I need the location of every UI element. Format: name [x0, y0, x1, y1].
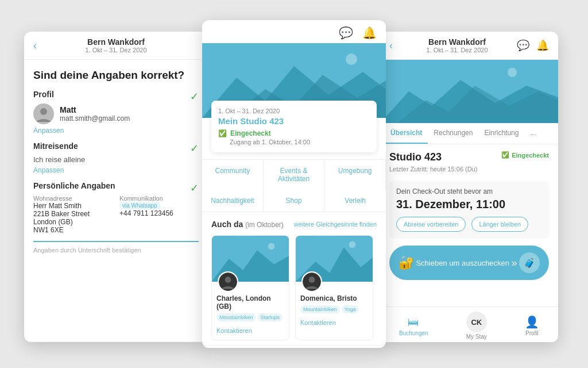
user-name-0: Charles, London (GB)	[216, 294, 284, 310]
left-header-date: 1. Okt – 31. Dez 2020	[85, 47, 146, 53]
middle-nav-grid: Community Events &Aktivitäten Umgebung N…	[202, 159, 386, 212]
svg-point-12	[349, 241, 356, 248]
auch-da-label: Auch da (im Oktober)	[211, 220, 284, 229]
nav-nachhaltigkeit[interactable]: Nachhaltigkeit	[202, 190, 264, 212]
signature-line	[33, 241, 199, 242]
confirm-text: Angaben durch Unterschrift bestätigen	[33, 247, 199, 254]
screens-container: ‹ Bern Wankdorf 1. Okt – 31. Dez 2020 Si…	[13, 14, 575, 354]
slide-end-icon: 🧳	[519, 252, 540, 273]
screen-middle: 💬 🔔 1. Okt – 31. Dez 2020 Mein Studio 42…	[202, 20, 386, 348]
right-checked-badge: ✅ Eingecheckt	[501, 151, 549, 159]
personal-check: ✓	[190, 182, 199, 194]
user-tags-0: Mountainbiken Startups	[216, 313, 284, 321]
right-hero	[380, 60, 558, 123]
nav-shop[interactable]: Shop	[264, 190, 325, 212]
personal-grid: Wohnadresse Herr Matt Smith 221B Baker S…	[33, 195, 199, 234]
rbn-profil[interactable]: 👤 Profil	[525, 315, 539, 336]
card-date: 1. Okt – 31. Dez 2020	[218, 108, 370, 114]
nav-umgebung[interactable]: Umgebung	[324, 160, 386, 190]
find-link[interactable]: weitere Gleichgesinnte finden	[294, 221, 377, 228]
mitreisende-label: Mitreisende	[33, 141, 78, 151]
personal-city: London (GB)	[33, 218, 113, 226]
tag-startups: Startups	[258, 313, 283, 321]
slide-text: Schieben um auszuchecken	[416, 259, 509, 267]
user-avatar-1	[301, 271, 322, 292]
laenger-btn[interactable]: Länger bleiben	[471, 217, 528, 232]
whatsapp-badge: via Whatsapp	[119, 202, 160, 209]
mitreisende-anpassen[interactable]: Anpassen	[33, 166, 199, 174]
profil-anpassen[interactable]: Anpassen	[33, 126, 199, 135]
user-card-0: Charles, London (GB) Mountainbiken Start…	[211, 235, 289, 340]
tag-mountainbiken-1: Mountainbiken	[300, 305, 340, 313]
rbn-mystay-icon: CK	[466, 312, 487, 332]
card-access: Zugang ab 1. Oktober, 14:00	[230, 139, 370, 145]
personal-section: Persönliche Angaben ✓ Wohnadresse Herr M…	[33, 181, 199, 234]
tag-yoga: Yoga	[342, 305, 359, 313]
right-header-date: 1. Okt – 31. Dez 2020	[397, 47, 517, 53]
right-bell-icon[interactable]: 🔔	[536, 39, 549, 52]
auch-da-title: Auch da (im Oktober)	[211, 219, 284, 229]
left-title: Sind deine Angaben korrekt?	[33, 69, 199, 82]
svg-point-10	[225, 277, 231, 283]
rbn-buchungen-icon: 🛏	[408, 316, 419, 329]
tab-more[interactable]: ...	[524, 123, 541, 144]
profile-info: Matt matt.smith@gmail.com	[60, 105, 130, 122]
left-footer: Studio 423 +CHF 0.00 Weiter	[24, 342, 208, 342]
personal-postal: NW1 6XE	[33, 226, 113, 234]
user-avatar-0	[218, 271, 238, 292]
checkout-title: Dein Check-Out steht bevor am	[396, 187, 542, 195]
chat-icon[interactable]: 💬	[339, 26, 353, 40]
checkout-box: Dein Check-Out steht bevor am 31. Dezemb…	[389, 181, 549, 239]
nav-events[interactable]: Events &Aktivitäten	[264, 160, 325, 190]
screen-right: ‹ Bern Wankdorf 1. Okt – 31. Dez 2020 💬 …	[380, 32, 558, 342]
rbn-buchungen[interactable]: 🛏 Buchungen	[399, 316, 428, 336]
kommunikation-label: Kommunikation	[119, 195, 199, 202]
check-circle-icon: ✅	[218, 129, 227, 137]
card-checked-row: ✅ Eingecheckt	[218, 129, 370, 137]
tab-rechnungen[interactable]: Rechnungen	[428, 123, 478, 144]
user-cards: Charles, London (GB) Mountainbiken Start…	[211, 235, 377, 340]
personal-street: 221B Baker Street	[33, 210, 113, 218]
middle-top-icons: 💬 🔔	[202, 20, 386, 43]
right-chat-icon[interactable]: 💬	[517, 39, 529, 52]
slide-bar[interactable]: 🔐 Schieben um auszuchecken » 🧳	[389, 246, 549, 280]
right-header-icons: 💬 🔔	[517, 39, 549, 52]
user-card-hero-0	[212, 236, 289, 282]
svg-point-3	[346, 53, 357, 65]
personal-name: Herr Matt Smith	[33, 202, 113, 210]
wohnadresse-label: Wohnadresse	[33, 195, 113, 202]
checked-text: Eingecheckt	[512, 152, 549, 159]
bell-icon[interactable]: 🔔	[362, 26, 377, 40]
mitreisende-section: Mitreisende ✓ Ich reise alleine Anpassen	[33, 141, 199, 174]
rbn-mystay[interactable]: CK My Stay	[466, 312, 487, 340]
auch-da-section: Auch da (im Oktober) weitere Gleichgesin…	[202, 219, 386, 340]
nav-community[interactable]: Community	[202, 160, 264, 190]
profile-row: Matt matt.smith@gmail.com	[33, 103, 199, 124]
right-header: ‹ Bern Wankdorf 1. Okt – 31. Dez 2020 💬 …	[380, 32, 558, 60]
right-back-button[interactable]: ‹	[389, 40, 393, 52]
personal-phone: +44 7911 123456	[119, 209, 199, 217]
user-name-1: Domenica, Bristo	[300, 294, 368, 302]
tag-mountainbiken-0: Mountainbiken	[216, 313, 256, 321]
tab-einrichtung[interactable]: Einrichtung	[478, 123, 524, 144]
check-icon: ✅	[501, 151, 509, 159]
mitreisende-check: ✓	[190, 142, 199, 155]
right-header-name: Bern Wankdorf	[397, 37, 517, 47]
avatar	[33, 103, 54, 124]
profil-label: Profil	[33, 90, 54, 99]
rbn-profil-icon: 👤	[525, 315, 539, 329]
nav-verleih[interactable]: Verleih	[324, 190, 386, 212]
tab-ubersicht[interactable]: Übersicht	[385, 123, 428, 144]
right-bottom-nav: 🛏 Buchungen CK My Stay 👤 Profil	[380, 306, 558, 342]
middle-bottom-nav: 🛏 Buchungen CK My Stay 👤 Profil	[202, 345, 386, 348]
profile-name: Matt	[60, 105, 130, 114]
rbn-profil-label: Profil	[525, 330, 539, 336]
kontakt-0[interactable]: Kontaktieren	[216, 327, 252, 334]
checkout-date: 31. Dezember, 11:00	[396, 198, 542, 211]
last-visit: Letzter Zutritt: heute 15:06 (Du)	[389, 166, 549, 172]
kontakt-1[interactable]: Kontaktieren	[300, 319, 336, 326]
back-button[interactable]: ‹	[33, 40, 37, 52]
user-card-hero-1	[296, 236, 373, 282]
user-tags-1: Mountainbiken Yoga	[300, 305, 368, 313]
abreise-btn[interactable]: Abreise vorbereiten	[396, 217, 466, 232]
